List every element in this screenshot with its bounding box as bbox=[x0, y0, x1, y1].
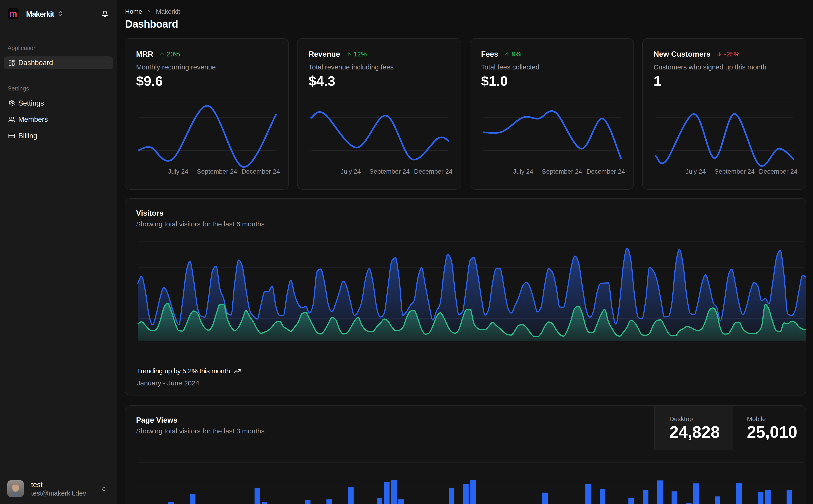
svg-text:m: m bbox=[9, 9, 17, 19]
